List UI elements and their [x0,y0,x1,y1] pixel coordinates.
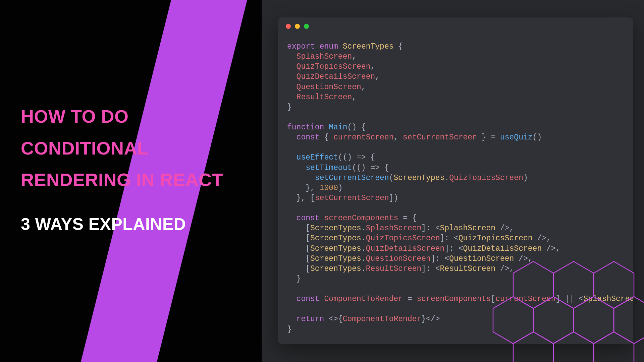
code-tok: return [297,315,324,323]
code-tok: , [546,234,551,243]
code-tok: }, [ [297,194,315,202]
code-tok: /> [495,264,509,273]
code-tok: (() => { [338,153,375,162]
code-tok: setCurrentScreen [315,194,389,202]
code-tok: . [361,254,366,263]
close-icon [286,24,291,29]
code-block: export enum ScreenTypes { SplashScreen, … [278,35,633,344]
code-tok: ]: [431,254,444,263]
code-tok: function [287,123,324,132]
code-tok: screenComponents [417,295,491,303]
code-tok: QuestionScreen [366,254,431,263]
code-tok: ] || [556,295,579,303]
code-tok: } = [477,133,500,142]
code-tok: ]) [389,194,398,202]
code-tok: QuizTopicsScreen [366,234,440,243]
code-tok: [ [306,254,310,263]
code-tok: setCurrentScreen [403,133,477,142]
code-tok: QuizTopicsScreen [449,174,523,182]
code-tok: () [533,133,542,142]
code-tok: ScreenTypes [310,234,361,243]
code-tok: ResultScreen [297,93,352,102]
minimize-icon [295,24,300,29]
code-tok: QuestionScreen [297,83,361,92]
code-tok: , [528,254,533,263]
slide: HOW TO DO CONDITIONAL RENDERING IN REACT… [0,0,644,362]
code-tok: const [297,214,320,223]
code-tok: < [579,295,584,303]
code-tok: QuizDetailsScreen [297,72,375,81]
code-tok: setTimeout [306,164,352,172]
code-tok: <>{ [324,315,342,323]
code-tok: ScreenTypes [310,254,361,263]
code-tok: { [324,133,333,142]
code-tok: } [297,275,301,283]
code-tok: const [297,295,320,303]
code-tok: }</> [421,315,440,323]
code-tok: /> [495,224,509,233]
code-tok: const [297,133,320,142]
code-tok: < [444,254,449,263]
code-tok: , [361,83,366,92]
code-tok: currentScreen [333,133,393,142]
code-tok: ScreenTypes [310,224,361,233]
headline-block: HOW TO DO CONDITIONAL RENDERING IN REACT… [21,101,256,234]
code-tok: ]: [440,234,454,243]
code-tok: /> [542,244,555,253]
code-tok: setCurrentScreen [315,174,389,182]
code-tok: useEffect [297,153,338,162]
code-tok: [ [306,264,310,273]
code-tok: ( [389,174,394,182]
code-tok: ]: [421,224,435,233]
code-tok: /> [533,234,546,243]
code-tok: , [509,224,514,233]
code-tok: (() => { [352,164,389,172]
code-tok: [ [306,224,310,233]
code-tok: ScreenTypes [393,174,444,182]
code-tok: QuestionScreen [449,254,514,263]
code-tok: , [352,52,357,61]
code-tok: ScreenTypes [343,42,394,51]
code-tok: SplashScreen [297,52,352,61]
code-tok: [ [306,244,310,253]
code-tok: QuizDetailsScreen [366,244,445,253]
code-tok: currentScreen [495,295,555,303]
code-tok: , [370,62,375,71]
code-tok: SplashScreen [366,224,422,233]
code-tok: 1000 [320,184,338,192]
code-tok: enum [320,42,338,51]
code-tok: } [287,325,292,334]
code-tok: { [398,42,403,51]
code-tok: ) [523,174,528,182]
code-tok: useQuiz [500,133,533,142]
code-tok: < [435,224,440,233]
code-tok: , [352,93,357,102]
code-window: export enum ScreenTypes { SplashScreen, … [278,17,633,344]
code-tok: . [444,174,449,182]
code-tok: QuizDetailsScreen [463,244,542,253]
code-tok: SplashScreen [583,295,633,303]
code-tok: < [454,234,459,243]
code-tok: = [403,295,417,303]
code-tok: QuizTopicsScreen [459,234,533,243]
headline-title: HOW TO DO CONDITIONAL RENDERING IN REACT [21,101,256,196]
code-tok: , [556,244,560,253]
code-tok: () { [347,123,366,132]
code-tok: ComponentToRender [324,295,403,303]
code-tok: ]: [444,244,458,253]
code-tok: ) [338,184,343,192]
code-tok: < [459,244,463,253]
code-tok: . [361,264,366,273]
maximize-icon [304,24,309,29]
code-tok: < [435,264,440,273]
code-tok: , [393,133,403,142]
code-tok: ]: [421,264,435,273]
code-tok: [ [306,234,310,243]
window-titlebar [278,17,633,35]
code-tok: . [361,244,366,253]
code-tok: Main [329,123,347,132]
code-tok: , [509,264,514,273]
code-tok: screenComponents [324,214,398,223]
headline-subtitle: 3 WAYS EXPLAINED [21,215,256,234]
code-tok: /> [514,254,528,263]
